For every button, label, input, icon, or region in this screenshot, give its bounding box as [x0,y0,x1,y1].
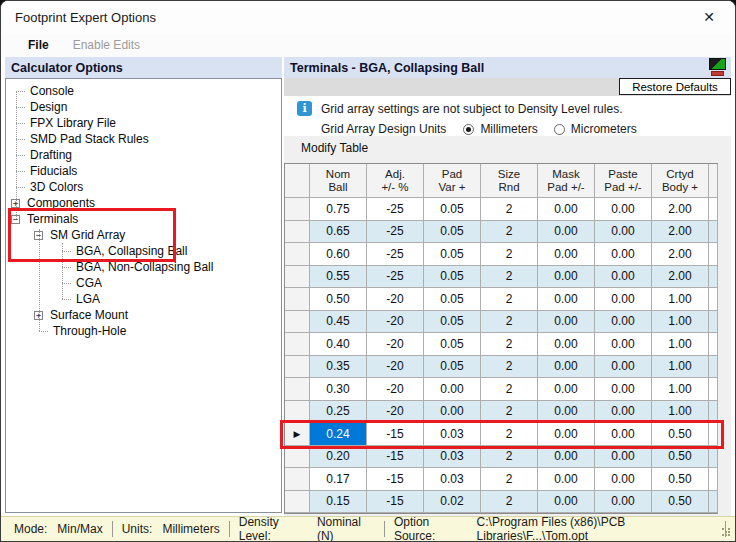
table-cell[interactable]: 0.03 [424,468,481,491]
table-cell[interactable]: -20 [367,333,424,356]
table-cell[interactable]: 0.45 [310,311,367,334]
tree-item-surface-mount[interactable]: +Surface Mount [6,307,281,323]
table-cell[interactable]: 1.00 [652,378,709,401]
table-cell[interactable]: 0.00 [538,288,595,311]
table-cell[interactable]: 2 [481,446,538,469]
radio-selected-icon[interactable] [463,124,474,135]
table-cell[interactable]: 0.05 [424,288,481,311]
table-cell[interactable]: 0.00 [538,198,595,221]
table-cell[interactable]: 0.00 [538,243,595,266]
table-cell[interactable]: 0.00 [538,468,595,491]
table-cell[interactable]: 0.02 [424,491,481,514]
row-marker-cell[interactable] [285,401,310,424]
table-cell[interactable]: 1.00 [652,401,709,424]
row-marker-cell[interactable] [285,468,310,491]
resize-grip[interactable] [722,528,731,537]
table-cell[interactable]: 0.65 [310,221,367,244]
restore-defaults-button[interactable]: Restore Defaults [619,78,731,95]
table-cell[interactable]: 0.05 [424,266,481,289]
table-cell[interactable]: 2.00 [652,198,709,221]
table-cell[interactable]: 2 [481,221,538,244]
table-cell[interactable]: 0.00 [595,243,652,266]
table-cell[interactable]: 0.00 [538,446,595,469]
table-cell[interactable]: 0.00 [595,468,652,491]
table-cell[interactable]: -20 [367,311,424,334]
row-marker-cell[interactable] [285,356,310,379]
row-marker-cell[interactable] [285,333,310,356]
tree-item-3d-colors[interactable]: 3D Colors [6,179,281,195]
table-cell[interactable]: 0.03 [424,446,481,469]
tree-item-through-hole[interactable]: Through-Hole [6,323,281,339]
table-cell[interactable]: -20 [367,288,424,311]
row-marker-cell[interactable] [285,266,310,289]
table-cell[interactable]: -25 [367,266,424,289]
table-cell[interactable]: -20 [367,378,424,401]
table-cell[interactable]: 0.50 [652,468,709,491]
table-cell[interactable]: 0.40 [310,333,367,356]
table-cell[interactable]: 0.50 [310,288,367,311]
table-cell[interactable]: 1.00 [652,356,709,379]
table-cell[interactable]: 2 [481,266,538,289]
table-cell[interactable]: 0.55 [310,266,367,289]
table-cell[interactable]: 0.00 [595,446,652,469]
table-cell[interactable]: 0.00 [538,356,595,379]
table-cell[interactable]: 0.30 [310,378,367,401]
row-marker-cell[interactable] [285,378,310,401]
table-cell[interactable]: 0.05 [424,333,481,356]
table-cell[interactable]: 2 [481,311,538,334]
table-cell[interactable]: 2 [481,468,538,491]
table-cell[interactable]: 0.50 [652,423,709,446]
tree-item-sm-grid-array[interactable]: −SM Grid Array [6,227,281,243]
table-cell[interactable]: 0.00 [595,288,652,311]
table-cell[interactable]: 0.50 [652,446,709,469]
tree-item-drafting[interactable]: Drafting [6,147,281,163]
table-cell[interactable]: -15 [367,468,424,491]
table-cell[interactable]: 0.00 [595,198,652,221]
radio-option-millimeters[interactable]: Millimeters [463,122,537,136]
radio-icon[interactable] [554,124,565,135]
table-cell[interactable]: 2.00 [652,243,709,266]
radio-option-micrometers[interactable]: Micrometers [554,122,637,136]
row-marker-cell[interactable]: ▶ [285,423,310,446]
table-cell[interactable]: 0.25 [310,401,367,424]
row-marker-cell[interactable] [285,311,310,334]
table-cell[interactable]: 0.00 [595,266,652,289]
table-cell[interactable]: 0.00 [424,378,481,401]
row-marker-cell[interactable] [285,221,310,244]
table-cell[interactable]: 0.00 [538,221,595,244]
tree-item-terminals[interactable]: −Terminals [6,211,281,227]
table-cell[interactable]: 0.00 [595,356,652,379]
table-cell[interactable]: -25 [367,243,424,266]
tree-item-console[interactable]: Console [6,83,281,99]
table-cell[interactable]: 2 [481,243,538,266]
row-marker-cell[interactable] [285,243,310,266]
table-cell[interactable]: 0.60 [310,243,367,266]
tree-item-fpx-library-file[interactable]: FPX Library File [6,115,281,131]
table-cell[interactable]: 0.24 [310,423,367,446]
table-cell[interactable]: 0.75 [310,198,367,221]
table-cell[interactable]: 1.00 [652,311,709,334]
table-cell[interactable]: 0.05 [424,198,481,221]
table-cell[interactable]: -20 [367,401,424,424]
close-button[interactable]: ✕ [689,3,729,31]
table-cell[interactable]: 0.00 [595,491,652,514]
monitor-icon[interactable] [707,57,728,78]
table-cell[interactable]: 0.05 [424,243,481,266]
table-cell[interactable]: 1.00 [652,333,709,356]
table-cell[interactable]: 2.00 [652,266,709,289]
table-cell[interactable]: 0.00 [538,423,595,446]
table-cell[interactable]: 0.00 [538,491,595,514]
table-cell[interactable]: 2 [481,288,538,311]
table-cell[interactable]: 0.03 [424,423,481,446]
table-cell[interactable]: 0.00 [538,401,595,424]
table-cell[interactable]: 0.00 [595,378,652,401]
tree-item-bga-non-collapsing-ball[interactable]: BGA, Non-Collapsing Ball [6,259,281,275]
row-marker-cell[interactable] [285,198,310,221]
table-cell[interactable]: -15 [367,423,424,446]
table-cell[interactable]: 0.05 [424,311,481,334]
table-cell[interactable]: -20 [367,356,424,379]
tree-item-components[interactable]: +Components [6,195,281,211]
table-cell[interactable]: 0.00 [538,266,595,289]
table-cell[interactable]: 0.00 [538,311,595,334]
table-cell[interactable]: 2 [481,198,538,221]
